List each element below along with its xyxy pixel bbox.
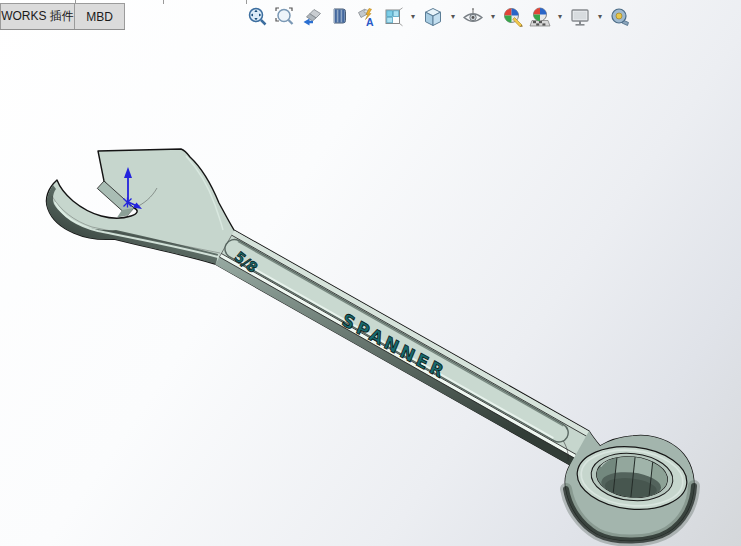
dynamic-annotation-views-button[interactable]: A <box>354 5 378 29</box>
display-style-dropdown[interactable]: ▾ <box>448 5 458 29</box>
zoom-to-fit-icon <box>247 6 269 28</box>
tab-solidworks-addins[interactable]: WORKS 插件 <box>0 3 74 29</box>
edit-appearance-button[interactable] <box>501 5 525 29</box>
measure-tape-icon <box>609 6 631 28</box>
display-style-icon <box>422 6 444 28</box>
view-settings-button[interactable] <box>568 5 592 29</box>
view-settings-dropdown[interactable]: ▾ <box>595 5 605 29</box>
zoom-to-area-icon <box>274 6 296 28</box>
view-orientation-dropdown[interactable]: ▾ <box>408 5 418 29</box>
view-settings-icon <box>569 6 591 28</box>
previous-view-button[interactable] <box>300 5 324 29</box>
view-orientation-icon <box>382 6 404 28</box>
edit-appearance-icon <box>502 6 524 28</box>
hide-show-items-icon <box>462 6 484 28</box>
section-view-button[interactable] <box>327 5 351 29</box>
previous-view-icon <box>301 6 323 28</box>
command-manager-tabs: WORKS 插件 MBD <box>0 3 125 30</box>
zoom-to-area-button[interactable] <box>273 5 297 29</box>
toolbar-remnant-tick <box>163 0 164 4</box>
toolbar-remnant-tick <box>246 0 247 4</box>
dynamic-annotation-views-icon: A <box>355 6 377 28</box>
shank-tangent-edge-1 <box>232 235 587 436</box>
viewport-3d[interactable]: 5/8 SPANNER <box>0 0 741 546</box>
svg-text:A: A <box>366 16 374 28</box>
tab-mbd[interactable]: MBD <box>74 3 125 29</box>
shank-top-bevel <box>232 230 590 436</box>
apply-scene-icon <box>529 6 551 28</box>
measure-tape-button[interactable] <box>608 5 632 29</box>
heads-up-view-toolbar: A ▾ ▾ <box>246 5 632 29</box>
section-view-icon <box>328 6 350 28</box>
display-style-button[interactable] <box>421 5 445 29</box>
hide-show-items-button[interactable] <box>461 5 485 29</box>
zoom-to-fit-button[interactable] <box>246 5 270 29</box>
apply-scene-dropdown[interactable]: ▾ <box>555 5 565 29</box>
apply-scene-button[interactable] <box>528 5 552 29</box>
ring-end <box>565 431 694 541</box>
hide-show-items-dropdown[interactable]: ▾ <box>488 5 498 29</box>
solidworks-window: 5/8 SPANNER <box>0 0 741 546</box>
spanner-model[interactable]: 5/8 SPANNER <box>46 149 694 541</box>
shank-bottom-side-wall <box>215 257 574 466</box>
view-orientation-button[interactable] <box>381 5 405 29</box>
